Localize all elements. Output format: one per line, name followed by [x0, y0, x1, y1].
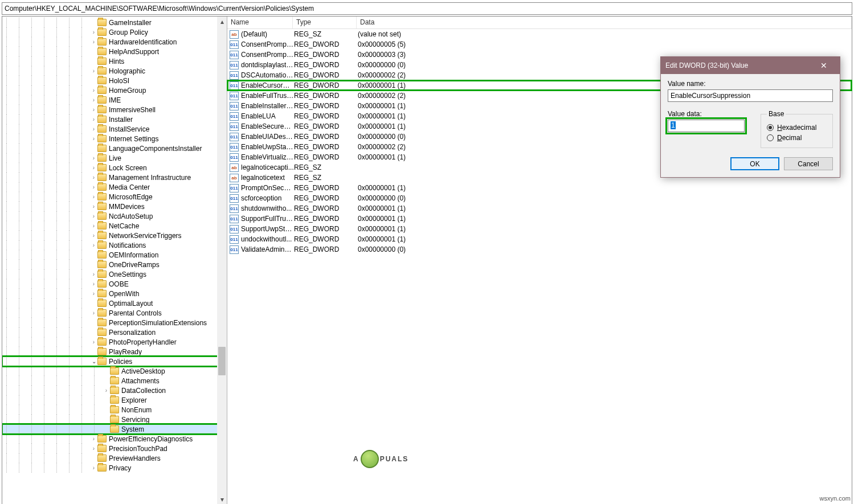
- tree-item-homegroup[interactable]: ›HomeGroup: [2, 85, 227, 95]
- tree-item-ncdautosetup[interactable]: ›NcdAutoSetup: [2, 211, 227, 221]
- tree-item-microsoftedge[interactable]: ›MicrosoftEdge: [2, 192, 227, 202]
- radio-hexadecimal[interactable]: Hexadecimal: [767, 124, 827, 132]
- tree-item-personalization[interactable]: Personalization: [2, 327, 227, 337]
- tree-item-live[interactable]: ›Live: [2, 153, 227, 163]
- expand-icon[interactable]: ›: [90, 271, 97, 277]
- tree-item-gameinstaller[interactable]: GameInstaller: [2, 18, 227, 27]
- tree-item-holosi[interactable]: HoloSI: [2, 76, 227, 85]
- expand-icon[interactable]: ›: [90, 281, 97, 287]
- tree-item-group-policy[interactable]: ›Group Policy: [2, 27, 227, 37]
- expand-icon[interactable]: ›: [90, 203, 97, 210]
- tree-item-servicing[interactable]: Servicing: [2, 415, 227, 424]
- tree-item-hints[interactable]: Hints: [2, 56, 227, 66]
- ok-button[interactable]: OK: [730, 157, 779, 170]
- col-data[interactable]: Data: [357, 17, 852, 28]
- value-row[interactable]: 011SupportFullTrust...REG_DWORD0x0000000…: [227, 214, 852, 224]
- tree-item-management-infrastructure[interactable]: ›Management Infrastructure: [2, 173, 227, 182]
- tree-item-parental-controls[interactable]: ›Parental Controls: [2, 308, 227, 318]
- dialog-titlebar[interactable]: Edit DWORD (32-bit) Value ✕: [661, 57, 840, 74]
- col-name[interactable]: Name: [227, 17, 293, 28]
- tree-item-ime[interactable]: ›IME: [2, 95, 227, 105]
- col-type[interactable]: Type: [293, 17, 357, 28]
- value-data-field[interactable]: 1: [668, 120, 745, 132]
- tree-item-notifications[interactable]: ›Notifications: [2, 240, 227, 250]
- value-row[interactable]: 011SupportUwpStar...REG_DWORD0x00000001 …: [227, 224, 852, 234]
- expand-icon[interactable]: ›: [90, 155, 97, 161]
- tree-item-media-center[interactable]: ›Media Center: [2, 182, 227, 192]
- expand-icon[interactable]: ›: [90, 465, 97, 471]
- cancel-button[interactable]: Cancel: [784, 157, 833, 170]
- expand-icon[interactable]: ›: [90, 213, 97, 219]
- expand-icon[interactable]: ⌄: [90, 358, 97, 364]
- expand-icon[interactable]: ›: [90, 194, 97, 200]
- expand-icon[interactable]: ›: [103, 387, 110, 394]
- expand-icon[interactable]: ›: [90, 87, 97, 93]
- value-row[interactable]: 011ConsentPrompt...REG_DWORD0x00000005 (…: [227, 39, 852, 50]
- expand-icon[interactable]: ›: [90, 68, 97, 74]
- tree-item-openwith[interactable]: ›OpenWith: [2, 289, 227, 298]
- expand-icon[interactable]: ›: [90, 232, 97, 239]
- expand-icon[interactable]: ›: [90, 116, 97, 122]
- tree-item-playready[interactable]: PlayReady: [2, 347, 227, 357]
- close-icon[interactable]: ✕: [812, 61, 835, 70]
- tree-item-hardwareidentification[interactable]: ›HardwareIdentification: [2, 37, 227, 47]
- expand-icon[interactable]: ›: [90, 165, 97, 171]
- tree-item-oobe[interactable]: ›OOBE: [2, 279, 227, 289]
- scroll-up-icon[interactable]: ▴: [217, 17, 227, 26]
- expand-icon[interactable]: ›: [90, 126, 97, 132]
- registry-tree[interactable]: GameInstaller›Group Policy›HardwareIdent…: [2, 17, 227, 473]
- expand-icon[interactable]: ›: [90, 339, 97, 345]
- tree-item-previewhandlers[interactable]: PreviewHandlers: [2, 453, 227, 463]
- tree-item-explorer[interactable]: Explorer: [2, 395, 227, 405]
- tree-item-mmdevices[interactable]: ›MMDevices: [2, 202, 227, 211]
- tree-item-netcache[interactable]: ›NetCache: [2, 221, 227, 231]
- address-bar[interactable]: Computer\HKEY_LOCAL_MACHINE\SOFTWARE\Mic…: [2, 2, 852, 15]
- tree-item-photopropertyhandler[interactable]: ›PhotoPropertyHandler: [2, 337, 227, 347]
- tree-item-onedriveramps[interactable]: OneDriveRamps: [2, 260, 227, 269]
- tree-item-helpandsupport[interactable]: HelpAndSupport: [2, 47, 227, 56]
- tree-item-lock-screen[interactable]: ›Lock Screen: [2, 163, 227, 173]
- value-row[interactable]: 011ValidateAdminC...REG_DWORD0x00000000 …: [227, 244, 852, 255]
- expand-icon[interactable]: ›: [90, 106, 97, 113]
- tree-item-nonenum[interactable]: NonEnum: [2, 405, 227, 415]
- value-row[interactable]: 011shutdownwitho...REG_DWORD0x00000001 (…: [227, 203, 852, 214]
- tree-item-installservice[interactable]: ›InstallService: [2, 124, 227, 134]
- value-row[interactable]: 011PromptOnSecur...REG_DWORD0x00000001 (…: [227, 183, 852, 193]
- value-name-field[interactable]: [668, 89, 833, 102]
- tree-item-activedesktop[interactable]: ActiveDesktop: [2, 366, 227, 376]
- tree-item-immersiveshell[interactable]: ›ImmersiveShell: [2, 105, 227, 114]
- expand-icon[interactable]: ›: [90, 136, 97, 142]
- tree-item-precisiontouchpad[interactable]: ›PrecisionTouchPad: [2, 444, 227, 453]
- tree-item-privacy[interactable]: ›Privacy: [2, 463, 227, 473]
- tree-scrollbar[interactable]: ▴ ▾: [217, 17, 227, 504]
- tree-item-holographic[interactable]: ›Holographic: [2, 66, 227, 76]
- expand-icon[interactable]: ›: [90, 242, 97, 248]
- tree-item-languagecomponentsinstaller[interactable]: LanguageComponentsInstaller: [2, 144, 227, 153]
- scroll-thumb[interactable]: [218, 347, 226, 375]
- tree-item-installer[interactable]: ›Installer: [2, 114, 227, 124]
- tree-item-attachments[interactable]: Attachments: [2, 376, 227, 386]
- tree-item-oeminformation[interactable]: OEMInformation: [2, 250, 227, 260]
- tree-item-powerefficiencydiagnostics[interactable]: ›PowerEfficiencyDiagnostics: [2, 434, 227, 444]
- tree-item-system[interactable]: System: [2, 424, 227, 434]
- expand-icon[interactable]: ›: [90, 29, 97, 35]
- radio-decimal[interactable]: Decimal: [767, 134, 827, 142]
- tree-item-datacollection[interactable]: ›DataCollection: [2, 386, 227, 395]
- value-row[interactable]: 011undockwithoutl...REG_DWORD0x00000001 …: [227, 234, 852, 244]
- tree-item-onesettings[interactable]: ›OneSettings: [2, 269, 227, 279]
- expand-icon[interactable]: ›: [90, 184, 97, 190]
- expand-icon[interactable]: ›: [90, 223, 97, 229]
- tree-item-perceptionsimulationextensions[interactable]: PerceptionSimulationExtensions: [2, 318, 227, 327]
- tree-item-policies[interactable]: ⌄Policies: [2, 357, 227, 366]
- value-row[interactable]: 011scforceoptionREG_DWORD0x00000000 (0): [227, 193, 852, 203]
- expand-icon[interactable]: ›: [90, 436, 97, 442]
- expand-icon[interactable]: ›: [90, 290, 97, 297]
- values-header[interactable]: Name Type Data: [227, 17, 852, 29]
- tree-item-networkservicetriggers[interactable]: ›NetworkServiceTriggers: [2, 231, 227, 240]
- expand-icon[interactable]: ›: [90, 310, 97, 316]
- value-row[interactable]: ab(Default)REG_SZ(value not set): [227, 29, 852, 39]
- expand-icon[interactable]: ›: [90, 39, 97, 45]
- scroll-down-icon[interactable]: ▾: [217, 494, 227, 504]
- expand-icon[interactable]: ›: [90, 97, 97, 103]
- expand-icon[interactable]: ›: [90, 174, 97, 181]
